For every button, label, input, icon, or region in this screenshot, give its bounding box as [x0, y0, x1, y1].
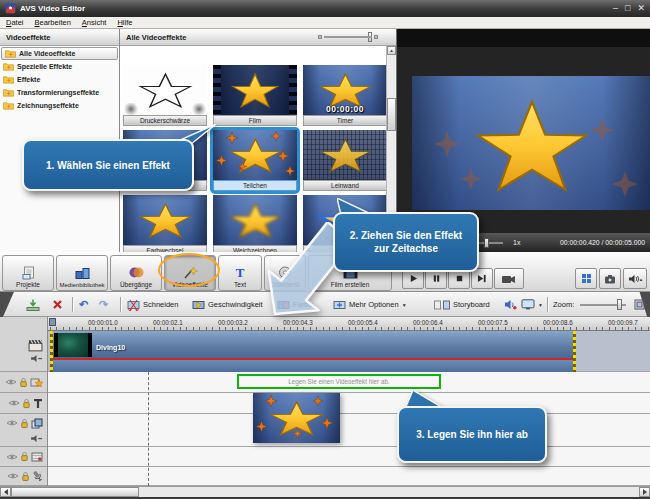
- cut-label: Schneiden: [143, 300, 178, 309]
- audio-mix-button[interactable]: [504, 296, 517, 313]
- close-button[interactable]: ✕: [637, 4, 645, 13]
- capture-button[interactable]: [494, 268, 524, 289]
- effect-thumbnail[interactable]: [123, 195, 207, 245]
- dragged-effect-thumbnail[interactable]: [253, 393, 340, 443]
- sidebar-item-zeichnungseffekte[interactable]: Zeichnungseffekte: [0, 99, 119, 112]
- volume-expand-arrow[interactable]: ▴: [640, 276, 643, 282]
- effect-thumbnail[interactable]: 00:00:00: [303, 65, 386, 115]
- clip-body[interactable]: [50, 331, 576, 358]
- undo-button[interactable]: ↶: [79, 296, 88, 313]
- redo-button[interactable]: ↷: [99, 296, 108, 313]
- sidebar-item-transformierungseffekte[interactable]: Transformierungseffekte: [0, 86, 119, 99]
- menu-hilfe[interactable]: Hilfe: [117, 18, 132, 27]
- playhead-marker[interactable]: [49, 318, 56, 326]
- eye-icon[interactable]: [6, 453, 18, 461]
- clip-audio-part[interactable]: [50, 360, 576, 372]
- scene-track[interactable]: [48, 447, 650, 467]
- effect-item-leinwand[interactable]: Leinwand: [303, 130, 386, 191]
- sidebar-item-alle-videoeffekte[interactable]: Alle Videoeffekte: [1, 47, 118, 60]
- track-header-overlay[interactable]: [0, 414, 47, 447]
- speaker-icon[interactable]: [30, 354, 43, 363]
- preview-video: [412, 76, 650, 210]
- track-header-text[interactable]: [0, 393, 47, 414]
- menu-bearbeiten[interactable]: Bearbeiten: [35, 18, 71, 27]
- effect-item-timer[interactable]: 00:00:00 Timer: [303, 65, 386, 126]
- sidebar-item-effekte[interactable]: Effekte: [0, 73, 119, 86]
- thumbnail-size-slider[interactable]: [318, 32, 378, 42]
- particle-icon: [226, 132, 238, 144]
- effect-thumbnail[interactable]: [213, 65, 297, 115]
- overlay-icon[interactable]: [31, 418, 43, 429]
- tab-uebergaenge[interactable]: Übergänge: [110, 255, 162, 291]
- menu-datei[interactable]: Datei: [6, 18, 24, 27]
- delete-button[interactable]: [52, 296, 63, 313]
- track-header-video[interactable]: [0, 331, 47, 372]
- clip-right-handle[interactable]: [573, 331, 576, 372]
- effect-item-druckerschwaerze[interactable]: Druckerschwärze: [123, 65, 207, 126]
- track-header-scene[interactable]: [0, 447, 47, 467]
- app-icon: [5, 3, 16, 14]
- snapshot-camera-button[interactable]: [599, 268, 621, 289]
- eye-icon[interactable]: [5, 378, 17, 386]
- volume-button[interactable]: ▴: [623, 268, 647, 289]
- text-track-icon[interactable]: [33, 398, 43, 409]
- speed-button[interactable]: Geschwindigkeit: [192, 296, 263, 313]
- scroll-right-button[interactable]: [639, 487, 650, 497]
- lock-icon[interactable]: [20, 418, 29, 429]
- minimize-button[interactable]: –: [613, 4, 618, 13]
- effect-drop-zone[interactable]: Legen Sie einen Videoeffekt hier ab.: [237, 374, 441, 389]
- title-bar[interactable]: AVS Video Editor – □ ✕: [0, 0, 650, 17]
- eye-icon[interactable]: [6, 419, 18, 427]
- sidebar-item-spezielle-effekte[interactable]: Spezielle Effekte: [0, 60, 119, 73]
- timeline-hscrollbar[interactable]: [0, 486, 650, 497]
- effect-thumbnail[interactable]: [123, 65, 207, 115]
- scrollbar-thumb[interactable]: [387, 98, 396, 131]
- ruler-tick-label: 00:00:07.5: [468, 319, 518, 326]
- eye-icon[interactable]: [8, 399, 20, 407]
- particle-icon: [293, 429, 302, 438]
- clapperboard-icon[interactable]: [28, 339, 43, 352]
- maximize-button[interactable]: □: [625, 4, 630, 13]
- hscroll-thumb[interactable]: [11, 487, 139, 497]
- tab-projekte[interactable]: Projekte: [2, 255, 54, 291]
- eye-icon[interactable]: [7, 472, 19, 480]
- tab-medienbibliothek[interactable]: Medienbibliothek: [56, 255, 108, 291]
- text-track[interactable]: [48, 393, 650, 414]
- zoom-slider[interactable]: [580, 296, 626, 313]
- voice-track[interactable]: [48, 467, 650, 486]
- folder-star-icon: [3, 75, 14, 84]
- scroll-left-button[interactable]: [0, 487, 11, 497]
- display-mode-button[interactable]: ▼: [521, 296, 543, 313]
- next-frame-button[interactable]: [471, 268, 493, 289]
- effect-item-teilchen[interactable]: Teilchen: [213, 130, 297, 191]
- effect-item-film[interactable]: Film: [213, 65, 297, 126]
- timeline-clip[interactable]: Diving10: [50, 331, 576, 372]
- track-header-voice[interactable]: [0, 467, 47, 486]
- microphone-icon[interactable]: [32, 470, 43, 482]
- zoom-slider-knob[interactable]: [617, 299, 622, 310]
- speaker-icon[interactable]: [30, 434, 43, 443]
- lock-icon[interactable]: [19, 377, 28, 388]
- fit-icon: [634, 299, 645, 310]
- overlay-track[interactable]: [48, 414, 650, 447]
- effect-thumbnail[interactable]: [303, 130, 386, 180]
- cut-button[interactable]: Schneiden: [127, 296, 178, 313]
- scene-icon[interactable]: [31, 451, 43, 462]
- menu-ansicht[interactable]: Ansicht: [82, 18, 107, 27]
- effect-star-icon[interactable]: [30, 376, 43, 388]
- track-header-effects[interactable]: [0, 372, 47, 393]
- lock-icon[interactable]: [21, 471, 30, 482]
- clip-left-handle[interactable]: [50, 331, 53, 372]
- delete-x-icon: [52, 299, 63, 310]
- lock-icon[interactable]: [20, 451, 29, 462]
- effect-item-farbwechsel[interactable]: Farbwechsel: [123, 195, 207, 252]
- lock-icon[interactable]: [22, 398, 31, 409]
- storyboard-toggle[interactable]: Storyboard: [434, 296, 490, 313]
- scroll-up-button[interactable]: ▲: [387, 46, 396, 55]
- fit-timeline-button[interactable]: [634, 296, 645, 313]
- effect-thumbnail[interactable]: [213, 130, 297, 180]
- add-to-timeline-button[interactable]: [26, 296, 40, 313]
- split-view-button[interactable]: [575, 268, 597, 289]
- undo-icon: ↶: [79, 299, 88, 310]
- speed-slider-knob[interactable]: [484, 238, 489, 248]
